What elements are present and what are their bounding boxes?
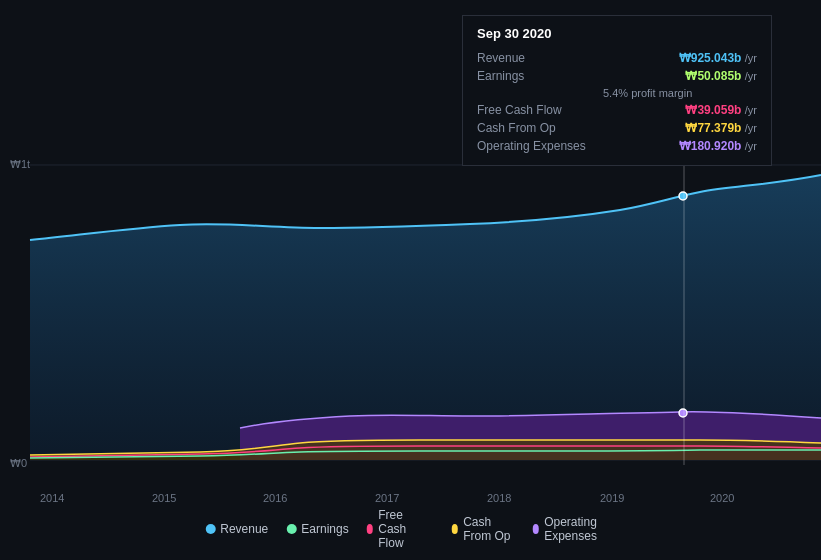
y-label-1t: ₩1t: [10, 158, 30, 171]
tooltip-date: Sep 30 2020: [477, 26, 757, 41]
tooltip: Sep 30 2020 Revenue ₩925.043b /yr Earnin…: [462, 15, 772, 166]
legend-fcf[interactable]: Free Cash Flow: [367, 508, 434, 550]
legend-label-cashop: Cash From Op: [463, 515, 514, 543]
legend-dot-cashop: [452, 524, 459, 534]
tooltip-value-cashop: ₩77.379b /yr: [685, 121, 757, 135]
tooltip-value-revenue: ₩925.043b /yr: [679, 51, 757, 65]
tooltip-profit-margin: 5.4% profit margin: [603, 87, 692, 99]
highlight-line: [683, 165, 685, 465]
x-label-2016: 2016: [263, 492, 287, 504]
legend-dot-earnings: [286, 524, 296, 534]
legend-label-fcf: Free Cash Flow: [378, 508, 433, 550]
x-label-2018: 2018: [487, 492, 511, 504]
x-label-2015: 2015: [152, 492, 176, 504]
legend-dot-revenue: [205, 524, 215, 534]
legend-cashop[interactable]: Cash From Op: [452, 515, 515, 543]
tooltip-label-earnings: Earnings: [477, 69, 597, 83]
tooltip-value-opex: ₩180.920b /yr: [679, 139, 757, 153]
tooltip-row-margin: 5.4% profit margin: [477, 85, 757, 101]
tooltip-row-cashop: Cash From Op ₩77.379b /yr: [477, 119, 757, 137]
legend-label-opex: Operating Expenses: [544, 515, 616, 543]
tooltip-label-fcf: Free Cash Flow: [477, 103, 597, 117]
tooltip-row-revenue: Revenue ₩925.043b /yr: [477, 49, 757, 67]
tooltip-value-fcf: ₩39.059b /yr: [685, 103, 757, 117]
legend-label-revenue: Revenue: [220, 522, 268, 536]
legend: Revenue Earnings Free Cash Flow Cash Fro…: [205, 508, 616, 550]
tooltip-value-earnings: ₩50.085b /yr: [685, 69, 757, 83]
legend-label-earnings: Earnings: [301, 522, 348, 536]
tooltip-label-opex: Operating Expenses: [477, 139, 597, 153]
tooltip-row-earnings: Earnings ₩50.085b /yr: [477, 67, 757, 85]
x-label-2019: 2019: [600, 492, 624, 504]
legend-earnings[interactable]: Earnings: [286, 522, 348, 536]
tooltip-row-opex: Operating Expenses ₩180.920b /yr: [477, 137, 757, 155]
legend-revenue[interactable]: Revenue: [205, 522, 268, 536]
legend-opex[interactable]: Operating Expenses: [533, 515, 616, 543]
legend-dot-fcf: [367, 524, 374, 534]
y-label-0: ₩0: [10, 457, 27, 470]
x-label-2014: 2014: [40, 492, 64, 504]
x-label-2017: 2017: [375, 492, 399, 504]
legend-dot-opex: [533, 524, 540, 534]
tooltip-label-cashop: Cash From Op: [477, 121, 597, 135]
x-label-2020: 2020: [710, 492, 734, 504]
chart-container: ₩1t ₩0 2014 2015 2016 2017 2018 2019 202…: [0, 0, 821, 560]
tooltip-label-revenue: Revenue: [477, 51, 597, 65]
tooltip-row-fcf: Free Cash Flow ₩39.059b /yr: [477, 101, 757, 119]
